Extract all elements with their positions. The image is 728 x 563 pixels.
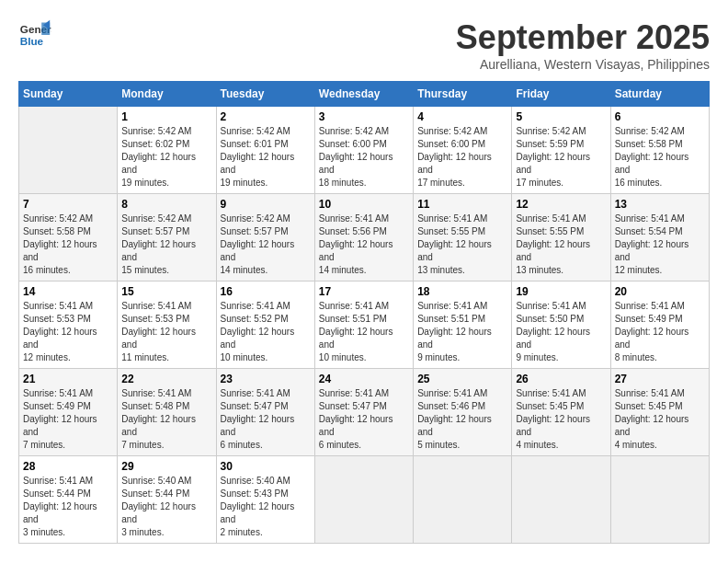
calendar-cell: 3Sunrise: 5:42 AMSunset: 6:00 PMDaylight… <box>314 107 413 194</box>
calendar-cell: 20Sunrise: 5:41 AMSunset: 5:49 PMDayligh… <box>610 282 709 369</box>
col-header-tuesday: Tuesday <box>216 82 314 107</box>
calendar-cell <box>314 456 413 544</box>
day-number: 18 <box>417 285 507 298</box>
calendar-cell <box>19 107 118 194</box>
day-info: Sunrise: 5:41 AMSunset: 5:45 PMDaylight:… <box>516 387 606 452</box>
calendar-week-5: 28Sunrise: 5:41 AMSunset: 5:44 PMDayligh… <box>19 456 710 544</box>
day-number: 5 <box>516 110 606 123</box>
day-number: 25 <box>417 373 507 385</box>
day-number: 14 <box>23 285 113 298</box>
calendar-cell: 18Sunrise: 5:41 AMSunset: 5:51 PMDayligh… <box>414 282 512 369</box>
calendar-cell: 23Sunrise: 5:41 AMSunset: 5:47 PMDayligh… <box>216 369 314 456</box>
day-info: Sunrise: 5:42 AMSunset: 6:00 PMDaylight:… <box>417 125 507 190</box>
day-info: Sunrise: 5:41 AMSunset: 5:44 PMDaylight:… <box>23 475 113 539</box>
calendar-cell: 11Sunrise: 5:41 AMSunset: 5:55 PMDayligh… <box>414 194 512 282</box>
month-title: September 2025 <box>456 18 710 57</box>
day-number: 30 <box>221 460 311 473</box>
day-info: Sunrise: 5:41 AMSunset: 5:54 PMDaylight:… <box>615 213 705 277</box>
day-number: 8 <box>121 198 211 211</box>
day-number: 22 <box>121 373 211 385</box>
col-header-sunday: Sunday <box>19 82 118 107</box>
calendar-cell: 8Sunrise: 5:42 AMSunset: 5:57 PMDaylight… <box>118 194 216 282</box>
day-info: Sunrise: 5:42 AMSunset: 6:02 PMDaylight:… <box>121 125 211 190</box>
calendar-cell: 17Sunrise: 5:41 AMSunset: 5:51 PMDayligh… <box>314 282 413 369</box>
day-number: 20 <box>615 285 705 298</box>
day-number: 15 <box>121 285 211 298</box>
calendar-cell: 21Sunrise: 5:41 AMSunset: 5:49 PMDayligh… <box>19 369 118 456</box>
calendar-cell: 1Sunrise: 5:42 AMSunset: 6:02 PMDaylight… <box>118 107 216 194</box>
day-info: Sunrise: 5:42 AMSunset: 5:57 PMDaylight:… <box>121 213 211 277</box>
day-number: 16 <box>221 285 311 298</box>
calendar-cell: 19Sunrise: 5:41 AMSunset: 5:50 PMDayligh… <box>512 282 610 369</box>
location-subtitle: Aurelliana, Western Visayas, Philippines <box>456 57 710 72</box>
calendar-cell: 12Sunrise: 5:41 AMSunset: 5:55 PMDayligh… <box>512 194 610 282</box>
calendar-cell: 13Sunrise: 5:41 AMSunset: 5:54 PMDayligh… <box>610 194 709 282</box>
day-number: 13 <box>615 198 705 211</box>
calendar-cell: 26Sunrise: 5:41 AMSunset: 5:45 PMDayligh… <box>512 369 610 456</box>
calendar-cell: 7Sunrise: 5:42 AMSunset: 5:58 PMDaylight… <box>19 194 118 282</box>
calendar-cell: 6Sunrise: 5:42 AMSunset: 5:58 PMDaylight… <box>610 107 709 194</box>
day-info: Sunrise: 5:41 AMSunset: 5:56 PMDaylight:… <box>319 213 409 277</box>
day-number: 2 <box>221 110 311 123</box>
logo: General Blue <box>18 18 51 52</box>
calendar-cell: 14Sunrise: 5:41 AMSunset: 5:53 PMDayligh… <box>19 282 118 369</box>
day-info: Sunrise: 5:41 AMSunset: 5:47 PMDaylight:… <box>221 387 311 452</box>
calendar-cell: 9Sunrise: 5:42 AMSunset: 5:57 PMDaylight… <box>216 194 314 282</box>
calendar-cell: 27Sunrise: 5:41 AMSunset: 5:45 PMDayligh… <box>610 369 709 456</box>
calendar-cell: 4Sunrise: 5:42 AMSunset: 6:00 PMDaylight… <box>414 107 512 194</box>
day-info: Sunrise: 5:41 AMSunset: 5:49 PMDaylight:… <box>615 300 705 364</box>
calendar-week-3: 14Sunrise: 5:41 AMSunset: 5:53 PMDayligh… <box>19 282 710 369</box>
day-number: 11 <box>417 198 507 211</box>
calendar-cell: 10Sunrise: 5:41 AMSunset: 5:56 PMDayligh… <box>314 194 413 282</box>
day-info: Sunrise: 5:41 AMSunset: 5:50 PMDaylight:… <box>516 300 606 364</box>
calendar-cell <box>512 456 610 544</box>
day-number: 6 <box>615 110 705 123</box>
calendar-cell: 28Sunrise: 5:41 AMSunset: 5:44 PMDayligh… <box>19 456 118 544</box>
calendar-cell: 29Sunrise: 5:40 AMSunset: 5:44 PMDayligh… <box>118 456 216 544</box>
day-number: 9 <box>221 198 311 211</box>
calendar-week-4: 21Sunrise: 5:41 AMSunset: 5:49 PMDayligh… <box>19 369 710 456</box>
calendar-cell: 24Sunrise: 5:41 AMSunset: 5:47 PMDayligh… <box>314 369 413 456</box>
day-info: Sunrise: 5:42 AMSunset: 5:59 PMDaylight:… <box>516 125 606 190</box>
day-number: 21 <box>23 373 113 385</box>
day-info: Sunrise: 5:41 AMSunset: 5:51 PMDaylight:… <box>319 300 409 364</box>
day-info: Sunrise: 5:42 AMSunset: 5:58 PMDaylight:… <box>615 125 705 190</box>
day-info: Sunrise: 5:41 AMSunset: 5:45 PMDaylight:… <box>615 387 705 452</box>
calendar-week-2: 7Sunrise: 5:42 AMSunset: 5:58 PMDaylight… <box>19 194 710 282</box>
day-number: 10 <box>319 198 409 211</box>
day-number: 26 <box>516 373 606 385</box>
day-number: 3 <box>319 110 409 123</box>
calendar-table: SundayMondayTuesdayWednesdayThursdayFrid… <box>18 81 710 544</box>
day-info: Sunrise: 5:41 AMSunset: 5:48 PMDaylight:… <box>121 387 211 452</box>
day-number: 24 <box>319 373 409 385</box>
calendar-cell: 30Sunrise: 5:40 AMSunset: 5:43 PMDayligh… <box>216 456 314 544</box>
day-number: 17 <box>319 285 409 298</box>
day-info: Sunrise: 5:41 AMSunset: 5:55 PMDaylight:… <box>516 213 606 277</box>
day-info: Sunrise: 5:42 AMSunset: 6:01 PMDaylight:… <box>221 125 311 190</box>
calendar-cell: 5Sunrise: 5:42 AMSunset: 5:59 PMDaylight… <box>512 107 610 194</box>
day-info: Sunrise: 5:41 AMSunset: 5:53 PMDaylight:… <box>23 300 113 364</box>
col-header-wednesday: Wednesday <box>314 82 413 107</box>
day-info: Sunrise: 5:41 AMSunset: 5:55 PMDaylight:… <box>417 213 507 277</box>
day-info: Sunrise: 5:41 AMSunset: 5:52 PMDaylight:… <box>221 300 311 364</box>
col-header-friday: Friday <box>512 82 610 107</box>
calendar-week-1: 1Sunrise: 5:42 AMSunset: 6:02 PMDaylight… <box>19 107 710 194</box>
day-info: Sunrise: 5:42 AMSunset: 5:58 PMDaylight:… <box>23 213 113 277</box>
calendar-cell: 25Sunrise: 5:41 AMSunset: 5:46 PMDayligh… <box>414 369 512 456</box>
day-info: Sunrise: 5:40 AMSunset: 5:43 PMDaylight:… <box>221 475 311 539</box>
calendar-cell: 22Sunrise: 5:41 AMSunset: 5:48 PMDayligh… <box>118 369 216 456</box>
day-info: Sunrise: 5:41 AMSunset: 5:49 PMDaylight:… <box>23 387 113 452</box>
title-block: September 2025 Aurelliana, Western Visay… <box>456 18 710 72</box>
day-number: 29 <box>121 460 211 473</box>
col-header-monday: Monday <box>118 82 216 107</box>
day-number: 19 <box>516 285 606 298</box>
day-info: Sunrise: 5:40 AMSunset: 5:44 PMDaylight:… <box>121 475 211 539</box>
logo-icon: General Blue <box>18 18 51 52</box>
day-number: 27 <box>615 373 705 385</box>
day-number: 7 <box>23 198 113 211</box>
calendar-header-row: SundayMondayTuesdayWednesdayThursdayFrid… <box>19 82 710 107</box>
calendar-cell <box>610 456 709 544</box>
calendar-cell <box>414 456 512 544</box>
svg-text:Blue: Blue <box>20 35 44 47</box>
day-number: 28 <box>23 460 113 473</box>
